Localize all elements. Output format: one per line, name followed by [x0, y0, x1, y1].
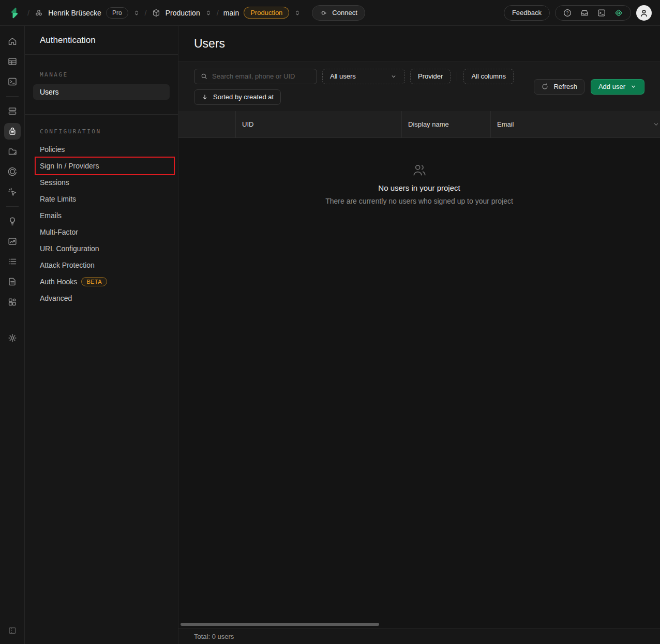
nav-table-editor-icon[interactable]	[4, 53, 21, 70]
branch-name[interactable]: main	[223, 9, 239, 17]
nav-integrations-icon[interactable]	[4, 294, 21, 310]
column-select[interactable]	[178, 111, 235, 137]
page-title: Users	[194, 37, 225, 51]
sidebar-item-users[interactable]: Users	[33, 84, 170, 100]
sidebar-content: MANAGE Users CONFIGURATION Policies Sign…	[25, 55, 178, 306]
sort-button-label: Sorted by created at	[213, 93, 274, 101]
status-diamond-icon[interactable]	[614, 8, 623, 18]
org-name[interactable]: Henrik Brüsecke	[48, 9, 101, 17]
users-filter-dropdown[interactable]: All users	[322, 69, 405, 84]
refresh-button[interactable]: Refresh	[534, 79, 584, 95]
app-window: / Henrik Brüsecke Pro / Production	[0, 0, 660, 644]
nav-rail	[0, 26, 25, 644]
sidebar-item-advanced[interactable]: Advanced	[33, 290, 170, 306]
users-filter-label: All users	[330, 72, 356, 80]
supabase-logo-icon[interactable]	[8, 7, 21, 19]
nav-sql-editor-icon[interactable]	[4, 73, 21, 90]
auth-sidebar: Authentication MANAGE Users CONFIGURATIO…	[25, 26, 178, 644]
nav-edge-functions-icon[interactable]	[4, 163, 21, 180]
sidebar-item-label: Sessions	[40, 178, 69, 187]
project-cube-icon	[152, 8, 161, 18]
nav-reports-icon[interactable]	[4, 233, 21, 250]
nav-database-icon[interactable]	[4, 103, 21, 119]
feedback-button[interactable]: Feedback	[504, 5, 550, 21]
nav-home-icon[interactable]	[4, 33, 21, 50]
sidebar-item-label: Advanced	[40, 294, 72, 302]
avatar[interactable]	[636, 5, 652, 21]
help-icon[interactable]: ?	[563, 8, 572, 18]
provider-filter-label: Provider	[418, 72, 443, 80]
nav-advisors-icon[interactable]	[4, 213, 21, 229]
connect-label: Connect	[332, 9, 357, 17]
rail-divider	[6, 206, 19, 207]
beta-badge: BETA	[81, 277, 107, 286]
sidebar-item-auth-hooks[interactable]: Auth Hooks BETA	[33, 273, 170, 290]
chevron-down-icon	[630, 83, 637, 90]
branch-switcher-icon[interactable]	[294, 9, 301, 17]
nav-storage-icon[interactable]	[4, 143, 21, 160]
sidebar-item-label: Users	[40, 88, 59, 96]
sidebar-item-multi-factor[interactable]: Multi-Factor	[33, 224, 170, 240]
plug-icon	[320, 9, 328, 17]
top-bar-actions: Feedback ?	[504, 5, 652, 21]
nav-realtime-icon[interactable]	[4, 183, 21, 200]
sidebar-item-url-configuration[interactable]: URL Configuration	[33, 240, 170, 257]
top-bar: / Henrik Brüsecke Pro / Production	[0, 0, 660, 26]
add-user-label: Add user	[598, 83, 625, 90]
chevron-down-icon[interactable]	[652, 120, 660, 128]
columns-filter-label: All columns	[471, 72, 505, 80]
breadcrumb: / Henrik Brüsecke Pro / Production	[8, 5, 365, 21]
provider-filter-button[interactable]: Provider	[410, 69, 451, 84]
connect-button[interactable]: Connect	[312, 5, 365, 21]
horizontal-scrollbar[interactable]	[181, 623, 379, 626]
users-table-header: UID Display name Email	[178, 111, 660, 138]
sidebar-item-sign-in-providers[interactable]: Sign In / Providers	[33, 158, 170, 174]
org-switcher-icon[interactable]	[133, 9, 140, 17]
project-switcher-icon[interactable]	[205, 9, 212, 17]
toolbar-divider	[457, 72, 457, 81]
feedback-label: Feedback	[512, 9, 542, 17]
section-label-manage: MANAGE	[33, 71, 170, 78]
sidebar-item-emails[interactable]: Emails	[33, 207, 170, 224]
total-users-count: Total: 0 users	[194, 633, 234, 640]
svg-text:?: ?	[566, 10, 569, 16]
nav-api-docs-icon[interactable]	[4, 273, 21, 290]
sidebar-item-label: Policies	[40, 145, 65, 154]
nav-logs-icon[interactable]	[4, 253, 21, 270]
columns-filter-button[interactable]: All columns	[463, 69, 513, 84]
configuration-section: CONFIGURATION Policies Sign In / Provide…	[33, 128, 170, 306]
breadcrumb-separator: /	[217, 8, 219, 17]
status-bar: Total: 0 users	[178, 628, 660, 644]
inbox-icon[interactable]	[580, 8, 589, 18]
search-box[interactable]	[194, 69, 317, 84]
sort-button[interactable]: Sorted by created at	[194, 89, 281, 105]
toggle-sidebar-icon[interactable]	[4, 622, 21, 639]
arrow-down-icon	[201, 94, 208, 101]
sidebar-item-policies[interactable]: Policies	[33, 141, 170, 158]
nav-settings-icon[interactable]	[4, 330, 21, 346]
rail-divider	[6, 96, 19, 97]
sidebar-item-sessions[interactable]: Sessions	[33, 174, 170, 191]
sidebar-item-rate-limits[interactable]: Rate Limits	[33, 191, 170, 207]
column-label: Display name	[408, 120, 449, 128]
column-display-name[interactable]: Display name	[401, 111, 490, 137]
organization-icon	[34, 8, 43, 18]
column-uid[interactable]: UID	[235, 111, 401, 137]
sidebar-item-label: Sign In / Providers	[40, 162, 99, 170]
environment-badge: Production	[244, 7, 289, 19]
nav-authentication-icon[interactable]	[4, 123, 21, 140]
project-name[interactable]: Production	[166, 9, 200, 17]
search-input[interactable]	[212, 72, 311, 80]
sidebar-item-label: Attack Protection	[40, 261, 95, 269]
sidebar-item-label: Rate Limits	[40, 195, 76, 203]
sidebar-title: Authentication	[25, 26, 178, 55]
column-email[interactable]: Email	[490, 111, 660, 137]
sidebar-item-attack-protection[interactable]: Attack Protection	[33, 257, 170, 273]
toolbar-actions: Refresh Add user	[534, 79, 644, 95]
plan-badge: Pro	[106, 7, 128, 19]
sidebar-item-label: URL Configuration	[40, 244, 99, 253]
terminal-icon[interactable]	[597, 8, 606, 18]
add-user-button[interactable]: Add user	[591, 79, 644, 95]
users-empty-icon	[411, 162, 428, 178]
sidebar-item-label: Multi-Factor	[40, 228, 78, 236]
